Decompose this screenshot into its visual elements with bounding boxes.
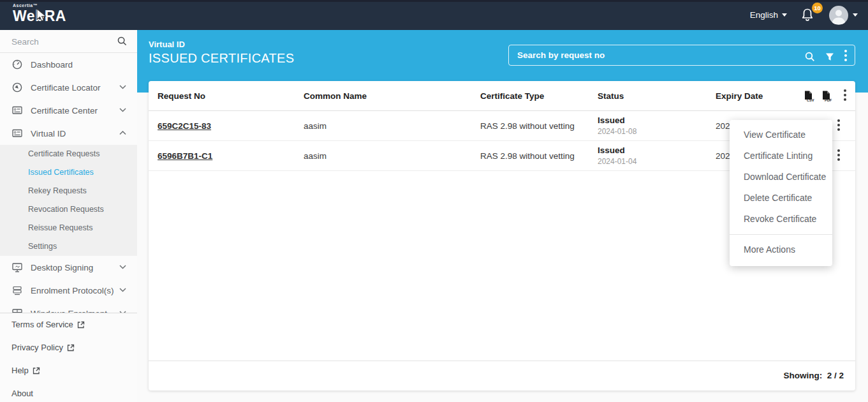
row-actions-icon[interactable] [837, 149, 840, 163]
chevron-down-icon [119, 85, 126, 89]
language-selector[interactable]: English [750, 10, 787, 20]
sidebar: Dashboard Certificate Locator Certificat… [0, 30, 137, 402]
notifications-button[interactable]: 10 [800, 7, 816, 24]
app-logo[interactable]: Ascertia™ WebRA [13, 3, 66, 24]
sidebar-search-input[interactable] [11, 34, 107, 49]
external-link-icon [67, 344, 75, 352]
brand-company: Ascertia™ [13, 3, 66, 8]
sidebar-item-revocation-requests[interactable]: Revocation Requests [0, 200, 137, 219]
chevron-down-icon [119, 265, 126, 269]
showing-label: Showing: [783, 371, 822, 380]
sidebar-item-enrolment-protocols[interactable]: Enrolment Protocol(s) [0, 279, 137, 302]
top-bar: Ascertia™ WebRA English 10 [0, 0, 868, 30]
id-card-icon [12, 106, 22, 115]
search-more-options-icon[interactable] [844, 50, 847, 63]
sidebar-item-issued-certificates[interactable]: Issued Certificates [0, 163, 137, 182]
status-cell: Issued 2024-01-08 [598, 115, 636, 136]
chevron-down-icon [119, 108, 126, 112]
table-more-options-icon[interactable] [844, 89, 846, 103]
table-header: Request No Common Name Certificate Type … [149, 81, 855, 111]
virtual-id-submenu: Certificate Requests Issued Certificates… [0, 145, 137, 256]
row-actions-context-menu: View Certificate Certificate Linting Dow… [730, 120, 832, 266]
sidebar-item-label: Virtual ID [31, 129, 66, 138]
column-header-common-name[interactable]: Common Name [304, 81, 367, 111]
page-title: ISSUED CERTIFICATES [149, 51, 294, 66]
sidebar-item-label: Enrolment Protocol(s) [31, 286, 114, 295]
sidebar-item-certificate-locator[interactable]: Certificate Locator [0, 76, 137, 99]
status-badge: Issued [598, 115, 636, 125]
filter-icon[interactable] [825, 52, 834, 61]
notification-count-badge: 10 [812, 3, 823, 13]
topbar-actions: English 10 [750, 0, 858, 30]
chevron-down-icon [853, 13, 858, 17]
column-header-certificate-type[interactable]: Certificate Type [480, 81, 544, 111]
page-titles: Virtual ID ISSUED CERTIFICATES [149, 40, 294, 66]
sidebar-item-settings[interactable]: Settings [0, 237, 137, 256]
external-link-icon [77, 321, 85, 329]
status-date: 2024-01-08 [598, 127, 636, 136]
footer-link-label: Privacy Policy [11, 336, 63, 359]
status-cell: Issued 2024-01-04 [598, 145, 636, 166]
export-pdf-icon[interactable]: PDF [821, 91, 833, 102]
showing-count: Showing: 2 / 2 [783, 371, 844, 380]
sidebar-footer: Terms of Service Privacy Policy Help [0, 313, 137, 402]
footer-link-label: About [11, 382, 33, 402]
brand-name: WebRA [13, 8, 66, 24]
table-search-input[interactable] [517, 47, 785, 63]
chevron-down-icon [782, 13, 787, 17]
sidebar-item-certificate-center[interactable]: Certificate Center [0, 99, 137, 122]
chevron-up-icon [119, 131, 126, 135]
expiry-date-cell: 202 [716, 111, 730, 141]
link-about[interactable]: About [0, 382, 137, 402]
row-actions-icon[interactable] [837, 119, 840, 133]
certificate-type-cell: RAS 2.98 without vetting [480, 111, 575, 141]
status-badge: Issued [598, 145, 636, 155]
menu-item-revoke-certificate[interactable]: Revoke Certificate [730, 209, 832, 230]
table-footer: Showing: 2 / 2 [149, 361, 855, 391]
menu-item-delete-certificate[interactable]: Delete Certificate [730, 188, 832, 209]
table-search-box [508, 45, 855, 66]
certificate-type-cell: RAS 2.98 without vetting [480, 141, 575, 171]
search-icon[interactable] [805, 52, 815, 62]
external-link-icon [33, 367, 40, 375]
menu-item-certificate-linting[interactable]: Certificate Linting [730, 145, 832, 167]
person-icon [829, 6, 848, 25]
link-help[interactable]: Help [0, 359, 137, 382]
language-label: English [750, 10, 778, 20]
export-csv-icon[interactable]: CSV [803, 91, 815, 102]
sidebar-item-certificate-requests[interactable]: Certificate Requests [0, 145, 137, 163]
sidebar-item-reissue-requests[interactable]: Reissue Requests [0, 219, 137, 237]
sidebar-item-rekey-requests[interactable]: Rekey Requests [0, 182, 137, 200]
menu-item-more-actions[interactable]: More Actions [730, 239, 832, 260]
column-header-request-no[interactable]: Request No [158, 81, 205, 111]
avatar [829, 6, 848, 25]
request-no-link[interactable]: 6596B7B1-C1 [158, 151, 212, 161]
column-header-status[interactable]: Status [598, 81, 624, 111]
expiry-date-cell: 202 [716, 141, 730, 171]
footer-link-label: Terms of Service [11, 313, 73, 336]
svg-text:PDF: PDF [825, 98, 832, 102]
status-date: 2024-01-04 [598, 157, 636, 166]
menu-divider [730, 234, 832, 235]
link-privacy-policy[interactable]: Privacy Policy [0, 336, 137, 359]
common-name-cell: aasim [304, 111, 327, 141]
sidebar-item-desktop-signing[interactable]: Desktop Signing [0, 256, 137, 279]
sidebar-item-dashboard[interactable]: Dashboard [0, 53, 137, 76]
gauge-icon [12, 59, 22, 70]
showing-value: 2 / 2 [827, 371, 844, 380]
chevron-down-icon [119, 288, 126, 292]
sidebar-item-label: Desktop Signing [31, 263, 93, 272]
sidebar-item-virtual-id[interactable]: Virtual ID [0, 122, 137, 145]
user-menu[interactable] [829, 6, 858, 25]
request-no-link[interactable]: 659C2C15-83 [158, 121, 211, 131]
search-icon[interactable] [117, 36, 127, 46]
svg-text:CSV: CSV [807, 98, 814, 102]
menu-item-download-certificate[interactable]: Download Certificate [730, 167, 832, 188]
link-terms-of-service[interactable]: Terms of Service [0, 313, 137, 336]
column-header-expiry-date[interactable]: Expiry Date [716, 81, 763, 111]
table-export-actions: CSV PDF [803, 89, 846, 103]
breadcrumb: Virtual ID [149, 40, 294, 49]
sidebar-item-label: Certificate Locator [31, 83, 101, 93]
monitor-icon [12, 263, 22, 272]
menu-item-view-certificate[interactable]: View Certificate [730, 124, 832, 145]
